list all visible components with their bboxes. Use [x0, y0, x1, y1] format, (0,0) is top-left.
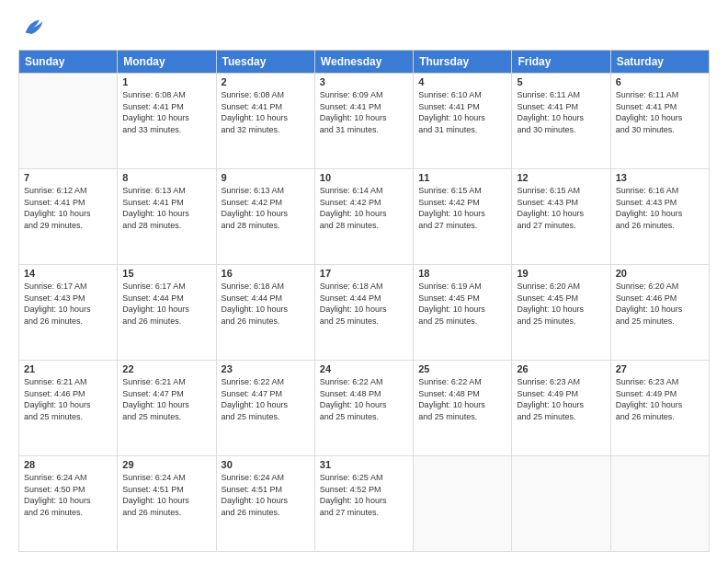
day-info: Sunrise: 6:08 AM Sunset: 4:41 PM Dayligh…: [122, 89, 210, 135]
day-info: Sunrise: 6:24 AM Sunset: 4:50 PM Dayligh…: [24, 472, 112, 518]
day-number: 31: [320, 459, 408, 470]
calendar-cell: [414, 456, 512, 552]
calendar-cell: 7Sunrise: 6:12 AM Sunset: 4:41 PM Daylig…: [19, 169, 118, 265]
day-info: Sunrise: 6:22 AM Sunset: 4:48 PM Dayligh…: [418, 376, 506, 422]
calendar-cell: 22Sunrise: 6:21 AM Sunset: 4:47 PM Dayli…: [118, 361, 216, 456]
day-info: Sunrise: 6:13 AM Sunset: 4:42 PM Dayligh…: [222, 185, 310, 231]
day-number: 8: [122, 172, 210, 183]
day-number: 16: [222, 268, 310, 279]
day-number: 7: [24, 172, 112, 183]
day-info: Sunrise: 6:21 AM Sunset: 4:47 PM Dayligh…: [122, 376, 210, 422]
day-number: 14: [24, 268, 112, 279]
calendar-cell: 21Sunrise: 6:21 AM Sunset: 4:46 PM Dayli…: [19, 361, 118, 456]
day-info: Sunrise: 6:22 AM Sunset: 4:47 PM Dayligh…: [222, 376, 310, 422]
day-info: Sunrise: 6:12 AM Sunset: 4:41 PM Dayligh…: [24, 185, 112, 231]
calendar-cell: 9Sunrise: 6:13 AM Sunset: 4:42 PM Daylig…: [216, 169, 314, 265]
calendar-day-header: Monday: [118, 51, 216, 74]
day-info: Sunrise: 6:17 AM Sunset: 4:43 PM Dayligh…: [24, 281, 112, 327]
day-info: Sunrise: 6:15 AM Sunset: 4:42 PM Dayligh…: [418, 185, 506, 231]
calendar-cell: 13Sunrise: 6:16 AM Sunset: 4:43 PM Dayli…: [610, 169, 709, 265]
day-info: Sunrise: 6:15 AM Sunset: 4:43 PM Dayligh…: [517, 185, 605, 231]
day-number: 22: [122, 363, 210, 374]
day-info: Sunrise: 6:23 AM Sunset: 4:49 PM Dayligh…: [616, 376, 704, 422]
day-number: 23: [222, 363, 310, 374]
day-number: 4: [418, 76, 506, 87]
calendar-cell: 2Sunrise: 6:08 AM Sunset: 4:41 PM Daylig…: [216, 74, 314, 169]
day-number: 15: [122, 268, 210, 279]
day-info: Sunrise: 6:18 AM Sunset: 4:44 PM Dayligh…: [320, 281, 408, 327]
calendar-cell: 23Sunrise: 6:22 AM Sunset: 4:47 PM Dayli…: [216, 361, 314, 456]
day-info: Sunrise: 6:08 AM Sunset: 4:41 PM Dayligh…: [222, 89, 310, 135]
calendar: SundayMondayTuesdayWednesdayThursdayFrid…: [18, 50, 710, 552]
day-info: Sunrise: 6:09 AM Sunset: 4:41 PM Dayligh…: [320, 89, 408, 135]
calendar-cell: 11Sunrise: 6:15 AM Sunset: 4:42 PM Dayli…: [414, 169, 512, 265]
calendar-cell: 24Sunrise: 6:22 AM Sunset: 4:48 PM Dayli…: [314, 361, 413, 456]
logo-bird-icon: [20, 15, 46, 40]
day-info: Sunrise: 6:10 AM Sunset: 4:41 PM Dayligh…: [418, 89, 506, 135]
day-info: Sunrise: 6:19 AM Sunset: 4:45 PM Dayligh…: [418, 281, 506, 327]
day-number: 21: [24, 363, 112, 374]
day-info: Sunrise: 6:21 AM Sunset: 4:46 PM Dayligh…: [24, 376, 112, 422]
calendar-cell: 25Sunrise: 6:22 AM Sunset: 4:48 PM Dayli…: [414, 361, 512, 456]
day-number: 27: [616, 363, 704, 374]
calendar-cell: 6Sunrise: 6:11 AM Sunset: 4:41 PM Daylig…: [610, 74, 709, 169]
day-number: 2: [222, 76, 310, 87]
calendar-week-row: 1Sunrise: 6:08 AM Sunset: 4:41 PM Daylig…: [19, 74, 710, 169]
day-number: 10: [320, 172, 408, 183]
page: SundayMondayTuesdayWednesdayThursdayFrid…: [0, 0, 728, 563]
calendar-cell: 30Sunrise: 6:24 AM Sunset: 4:51 PM Dayli…: [216, 456, 314, 552]
day-info: Sunrise: 6:17 AM Sunset: 4:44 PM Dayligh…: [122, 281, 210, 327]
day-info: Sunrise: 6:20 AM Sunset: 4:46 PM Dayligh…: [616, 281, 704, 327]
day-info: Sunrise: 6:13 AM Sunset: 4:41 PM Dayligh…: [122, 185, 210, 231]
calendar-cell: 26Sunrise: 6:23 AM Sunset: 4:49 PM Dayli…: [512, 361, 610, 456]
calendar-week-row: 7Sunrise: 6:12 AM Sunset: 4:41 PM Daylig…: [19, 169, 710, 265]
calendar-cell: 8Sunrise: 6:13 AM Sunset: 4:41 PM Daylig…: [118, 169, 216, 265]
calendar-cell: 17Sunrise: 6:18 AM Sunset: 4:44 PM Dayli…: [314, 265, 413, 361]
day-info: Sunrise: 6:14 AM Sunset: 4:42 PM Dayligh…: [320, 185, 408, 231]
day-number: 30: [222, 459, 310, 470]
calendar-cell: 3Sunrise: 6:09 AM Sunset: 4:41 PM Daylig…: [314, 74, 413, 169]
day-info: Sunrise: 6:22 AM Sunset: 4:48 PM Dayligh…: [320, 376, 408, 422]
day-number: 28: [24, 459, 112, 470]
day-number: 6: [616, 76, 704, 87]
day-number: 9: [222, 172, 310, 183]
calendar-week-row: 21Sunrise: 6:21 AM Sunset: 4:46 PM Dayli…: [19, 361, 710, 456]
calendar-cell: 12Sunrise: 6:15 AM Sunset: 4:43 PM Dayli…: [512, 169, 610, 265]
calendar-cell: [512, 456, 610, 552]
calendar-week-row: 14Sunrise: 6:17 AM Sunset: 4:43 PM Dayli…: [19, 265, 710, 361]
day-info: Sunrise: 6:24 AM Sunset: 4:51 PM Dayligh…: [222, 472, 310, 518]
day-info: Sunrise: 6:23 AM Sunset: 4:49 PM Dayligh…: [517, 376, 605, 422]
calendar-cell: 20Sunrise: 6:20 AM Sunset: 4:46 PM Dayli…: [610, 265, 709, 361]
calendar-day-header: Sunday: [19, 51, 118, 74]
day-number: 1: [122, 76, 210, 87]
calendar-cell: 28Sunrise: 6:24 AM Sunset: 4:50 PM Dayli…: [19, 456, 118, 552]
day-info: Sunrise: 6:20 AM Sunset: 4:45 PM Dayligh…: [517, 281, 605, 327]
calendar-cell: 16Sunrise: 6:18 AM Sunset: 4:44 PM Dayli…: [216, 265, 314, 361]
header: [18, 15, 710, 40]
day-number: 11: [418, 172, 506, 183]
calendar-cell: [610, 456, 709, 552]
day-number: 24: [320, 363, 408, 374]
calendar-week-row: 28Sunrise: 6:24 AM Sunset: 4:50 PM Dayli…: [19, 456, 710, 552]
day-number: 3: [320, 76, 408, 87]
day-number: 25: [418, 363, 506, 374]
calendar-cell: 19Sunrise: 6:20 AM Sunset: 4:45 PM Dayli…: [512, 265, 610, 361]
calendar-cell: 10Sunrise: 6:14 AM Sunset: 4:42 PM Dayli…: [314, 169, 413, 265]
calendar-cell: 18Sunrise: 6:19 AM Sunset: 4:45 PM Dayli…: [414, 265, 512, 361]
calendar-cell: 4Sunrise: 6:10 AM Sunset: 4:41 PM Daylig…: [414, 74, 512, 169]
day-number: 20: [616, 268, 704, 279]
calendar-day-header: Friday: [512, 51, 610, 74]
day-number: 17: [320, 268, 408, 279]
day-info: Sunrise: 6:24 AM Sunset: 4:51 PM Dayligh…: [122, 472, 210, 518]
day-info: Sunrise: 6:25 AM Sunset: 4:52 PM Dayligh…: [320, 472, 408, 518]
calendar-cell: [19, 74, 118, 169]
calendar-day-header: Saturday: [610, 51, 709, 74]
calendar-day-header: Thursday: [414, 51, 512, 74]
calendar-cell: 29Sunrise: 6:24 AM Sunset: 4:51 PM Dayli…: [118, 456, 216, 552]
day-number: 19: [517, 268, 605, 279]
logo: [18, 15, 46, 40]
day-info: Sunrise: 6:11 AM Sunset: 4:41 PM Dayligh…: [517, 89, 605, 135]
calendar-cell: 14Sunrise: 6:17 AM Sunset: 4:43 PM Dayli…: [19, 265, 118, 361]
calendar-day-header: Tuesday: [216, 51, 314, 74]
calendar-cell: 15Sunrise: 6:17 AM Sunset: 4:44 PM Dayli…: [118, 265, 216, 361]
